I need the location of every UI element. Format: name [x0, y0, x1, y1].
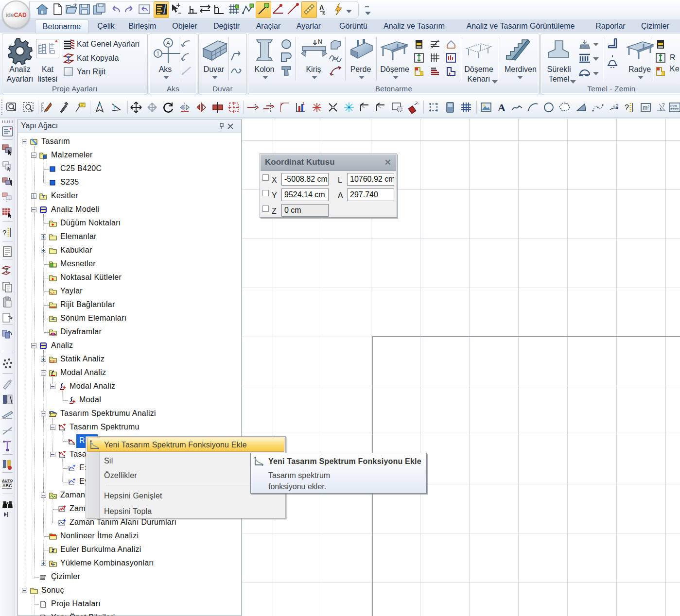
svg-text:AUTO: AUTO: [2, 479, 13, 483]
svg-text:N: N: [318, 39, 322, 45]
svg-text:+2: +2: [612, 103, 619, 109]
svg-text:ABC: ABC: [2, 483, 12, 488]
svg-text:?: ?: [2, 228, 6, 237]
svg-text:?: ?: [625, 103, 629, 112]
svg-text:A: A: [166, 40, 170, 47]
svg-text:A: A: [498, 102, 506, 114]
svg-text:s: s: [322, 10, 325, 16]
svg-text:1: 1: [157, 51, 159, 56]
svg-text:m²: m²: [643, 104, 649, 111]
svg-text:mm: mm: [670, 103, 677, 108]
svg-text:1: 1: [302, 101, 305, 106]
svg-text:?: ?: [662, 103, 665, 108]
